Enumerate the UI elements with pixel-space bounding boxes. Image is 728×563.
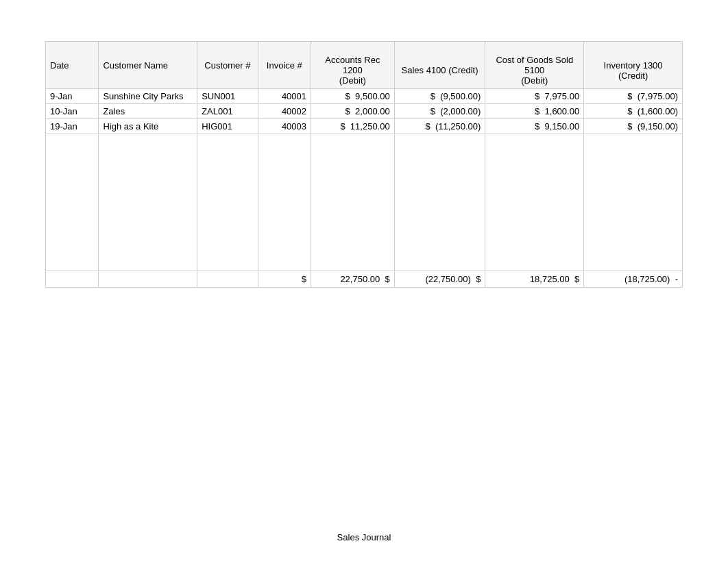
row2-invoice-num: 40002 xyxy=(258,104,311,119)
header-invoice: Invoice # xyxy=(258,42,311,89)
empty-row xyxy=(46,134,683,271)
row3-ar: $ 11,250.00 xyxy=(311,119,395,134)
footer-label: Sales Journal xyxy=(337,532,391,542)
row3-inventory: $ (9,150.00) xyxy=(584,119,683,134)
row3-customer-num: HIG001 xyxy=(197,119,258,134)
row3-cogs: $ 9,150.00 xyxy=(485,119,584,134)
row1-ar: $ 9,500.00 xyxy=(311,89,395,104)
header-sales: Sales 4100 (Credit) xyxy=(394,42,485,89)
row2-inventory: $ (1,600.00) xyxy=(584,104,683,119)
totals-sales: (22,750.00) $ xyxy=(394,271,485,288)
header-date: Date xyxy=(46,42,99,89)
row2-date: 10-Jan xyxy=(46,104,99,119)
header-cogs: Cost of Goods Sold 5100 (Debit) xyxy=(485,42,584,89)
table-row: 10-Jan Zales ZAL001 40002 $ 2,000.00 $ (… xyxy=(46,104,683,119)
totals-inventory: (18,725.00) - xyxy=(584,271,683,288)
row3-date: 19-Jan xyxy=(46,119,99,134)
row3-invoice-num: 40003 xyxy=(258,119,311,134)
table-row: 9-Jan Sunshine City Parks SUN001 40001 $… xyxy=(46,89,683,104)
page-footer: Sales Journal xyxy=(0,532,728,542)
totals-row: $ 22,750.00 $ (22,750.00) $ 18,725.00 $ … xyxy=(46,271,683,288)
row3-sales: $ (11,250.00) xyxy=(394,119,485,134)
totals-label: $ xyxy=(258,271,311,288)
header-inventory: Inventory 1300 (Credit) xyxy=(584,42,683,89)
row1-date: 9-Jan xyxy=(46,89,99,104)
row2-ar: $ 2,000.00 xyxy=(311,104,395,119)
header-customer-name: Customer Name xyxy=(99,42,197,89)
header-ar: Accounts Rec 1200 (Debit) xyxy=(311,42,395,89)
row2-cogs: $ 1,600.00 xyxy=(485,104,584,119)
row2-customer-name: Zales xyxy=(99,104,197,119)
row1-inventory: $ (7,975.00) xyxy=(584,89,683,104)
page-container: Date Customer Name Customer # Invoice # … xyxy=(0,0,728,563)
row1-customer-num: SUN001 xyxy=(197,89,258,104)
row2-customer-num: ZAL001 xyxy=(197,104,258,119)
row3-customer-name: High as a Kite xyxy=(99,119,197,134)
row1-sales: $ (9,500.00) xyxy=(394,89,485,104)
totals-cogs: 18,725.00 $ xyxy=(485,271,584,288)
table-row: 19-Jan High as a Kite HIG001 40003 $ 11,… xyxy=(46,119,683,134)
totals-ar: 22,750.00 $ xyxy=(311,271,395,288)
row1-cogs: $ 7,975.00 xyxy=(485,89,584,104)
row1-invoice-num: 40001 xyxy=(258,89,311,104)
row2-sales: $ (2,000.00) xyxy=(394,104,485,119)
sales-journal-table: Date Customer Name Customer # Invoice # … xyxy=(45,41,683,288)
header-customer-num: Customer # xyxy=(197,42,258,89)
row1-customer-name: Sunshine City Parks xyxy=(99,89,197,104)
